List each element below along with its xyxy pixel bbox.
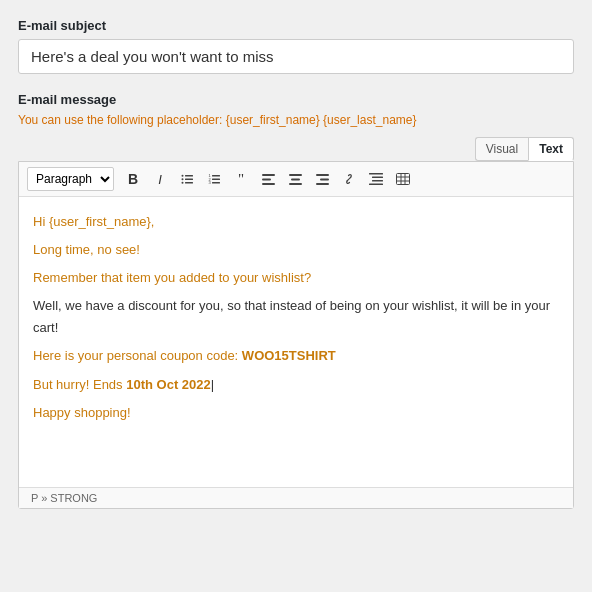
content-line3: Remember that item you added to your wis… xyxy=(33,267,559,289)
svg-rect-25 xyxy=(369,184,383,186)
svg-text:3: 3 xyxy=(208,180,211,185)
svg-line-21 xyxy=(347,177,351,181)
svg-rect-17 xyxy=(289,183,302,185)
editor-content[interactable]: Hi {user_first_name}, Long time, no see!… xyxy=(19,197,573,487)
svg-rect-0 xyxy=(185,175,193,177)
svg-rect-24 xyxy=(372,180,383,182)
svg-rect-19 xyxy=(320,178,329,180)
italic-button[interactable]: I xyxy=(148,167,172,191)
svg-rect-12 xyxy=(262,174,275,176)
placeholder-hint: You can use the following placeholder: {… xyxy=(18,113,574,127)
svg-rect-8 xyxy=(212,182,220,184)
message-label: E-mail message xyxy=(18,92,574,107)
svg-point-4 xyxy=(181,178,183,180)
subject-label: E-mail subject xyxy=(18,18,574,33)
svg-rect-16 xyxy=(291,178,300,180)
svg-rect-18 xyxy=(316,174,329,176)
bold-button[interactable]: B xyxy=(121,167,145,191)
align-center-button[interactable] xyxy=(283,167,307,191)
blockquote-button[interactable]: " xyxy=(229,167,253,191)
svg-rect-26 xyxy=(397,174,410,185)
svg-rect-6 xyxy=(212,175,220,177)
subject-section: E-mail subject xyxy=(18,18,574,92)
content-line7: Happy shopping! xyxy=(33,402,559,424)
svg-point-5 xyxy=(181,181,183,183)
content-line5: Here is your personal coupon code: WOO15… xyxy=(33,345,559,367)
content-line4: Well, we have a discount for you, so tha… xyxy=(33,295,559,339)
subject-input[interactable] xyxy=(18,39,574,74)
statusbar: P » STRONG xyxy=(19,487,573,508)
toolbar: Paragraph B I 1 2 3 xyxy=(19,162,573,197)
svg-rect-13 xyxy=(262,178,271,180)
svg-rect-7 xyxy=(212,178,220,180)
tab-visual[interactable]: Visual xyxy=(475,137,528,161)
svg-rect-14 xyxy=(262,183,275,185)
editor-wrapper: Paragraph B I 1 2 3 xyxy=(18,161,574,509)
paragraph-select[interactable]: Paragraph xyxy=(27,167,114,191)
svg-rect-2 xyxy=(185,182,193,184)
svg-rect-20 xyxy=(316,183,329,185)
svg-point-3 xyxy=(181,174,183,176)
content-line6: But hurry! Ends 10th Oct 2022 xyxy=(33,374,559,396)
svg-rect-1 xyxy=(185,178,193,180)
indent-button[interactable] xyxy=(364,167,388,191)
link-button[interactable] xyxy=(337,167,361,191)
svg-rect-22 xyxy=(369,173,383,175)
table-button[interactable] xyxy=(391,167,415,191)
svg-rect-15 xyxy=(289,174,302,176)
align-left-button[interactable] xyxy=(256,167,280,191)
editor-tabs: Visual Text xyxy=(18,137,574,161)
tab-text[interactable]: Text xyxy=(528,137,574,161)
svg-rect-23 xyxy=(372,177,383,179)
ordered-list-button[interactable]: 1 2 3 xyxy=(202,167,226,191)
unordered-list-button[interactable] xyxy=(175,167,199,191)
content-line2: Long time, no see! xyxy=(33,239,559,261)
align-right-button[interactable] xyxy=(310,167,334,191)
content-line1: Hi {user_first_name}, xyxy=(33,211,559,233)
